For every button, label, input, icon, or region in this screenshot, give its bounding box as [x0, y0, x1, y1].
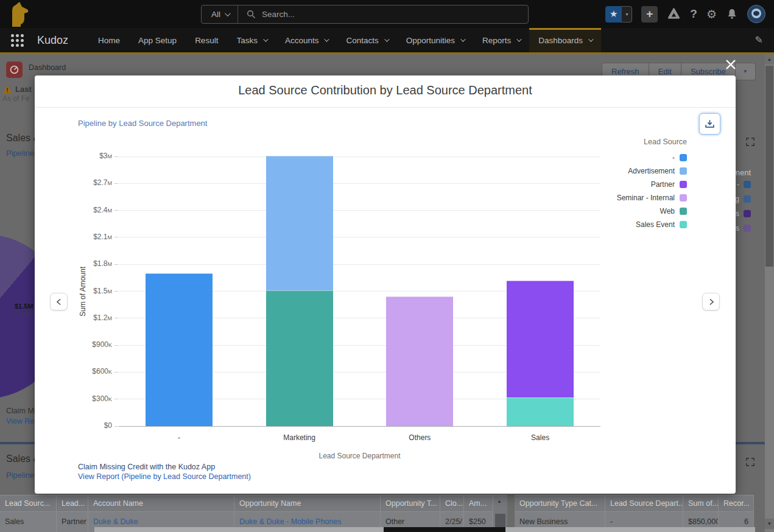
help-icon[interactable]: ?: [690, 7, 697, 21]
y-tick-label: $1.8M: [35, 259, 112, 268]
bar-segment-advertisement-marketing[interactable]: [266, 156, 333, 291]
x-axis-title: Lead Source Department: [119, 452, 600, 460]
notifications-bell-icon[interactable]: [726, 8, 738, 20]
axis-tick: [114, 291, 118, 292]
nav-tab-app-setup[interactable]: App Setup: [129, 28, 186, 52]
bar-segment-sales-event-sales[interactable]: [507, 397, 574, 426]
app-name[interactable]: Kudoz: [37, 34, 68, 47]
column-header[interactable]: Clo...: [440, 495, 464, 512]
page-vertical-scrollbar[interactable]: ▲ ▼: [765, 54, 774, 532]
gridline: [119, 156, 600, 157]
column-header[interactable]: Sum of...: [683, 495, 719, 512]
legend-swatch: [680, 167, 687, 175]
axis-tick: [114, 237, 118, 237]
bar-segment-seminar-internal-others[interactable]: [386, 296, 453, 426]
setup-gear-icon[interactable]: ⚙: [706, 9, 717, 20]
scroll-down-icon[interactable]: ▼: [765, 519, 774, 529]
nav-tab-accounts[interactable]: Accounts: [276, 28, 337, 52]
legend-item-seminar-internal[interactable]: Seminar - Internal: [617, 191, 687, 205]
y-tick-label: $2.7M: [35, 178, 112, 187]
guidance-center-icon[interactable]: [667, 7, 681, 21]
close-modal-button[interactable]: [722, 56, 739, 73]
legend-item-sales-event[interactable]: Sales Event: [617, 218, 687, 231]
column-header[interactable]: Lead Source Depart...: [605, 495, 683, 512]
widget-title: Sales &: [6, 133, 35, 144]
view-report-link[interactable]: View Report (Pipeline by Lead Source Dep…: [78, 472, 251, 481]
favorites-caret-button[interactable]: ▼: [622, 6, 632, 23]
nav-tab-home[interactable]: Home: [89, 28, 129, 52]
widget-report-link[interactable]: Pipeline: [6, 149, 35, 158]
chevron-down-icon: [325, 37, 329, 41]
edit-nav-pencil-icon[interactable]: ✎: [755, 34, 763, 46]
column-header[interactable]: Lead...: [57, 495, 88, 512]
search-scope-label: All: [211, 10, 220, 19]
next-chart-button[interactable]: [702, 293, 720, 310]
legend-swatch: [680, 208, 687, 215]
expand-widget-icon[interactable]: [746, 138, 755, 146]
nav-tab-label: Opportunities: [406, 36, 455, 45]
legend-title: Lead Source: [644, 138, 687, 146]
nav-tab-result[interactable]: Result: [186, 28, 227, 52]
pie-slice-percent: (18.69%): [12, 311, 35, 317]
nav-tab-dashboards[interactable]: Dashboards: [529, 28, 601, 52]
chevron-down-icon: [460, 37, 465, 41]
global-search[interactable]: All Search...: [201, 5, 529, 24]
column-header[interactable]: Opportunity Type Cat...: [515, 495, 605, 512]
table-horizontal-scrollbar[interactable]: [94, 527, 755, 532]
y-tick-label: $1.2M: [35, 313, 112, 322]
y-tick-label: $300K: [35, 394, 112, 403]
column-header[interactable]: Lead Sourc...: [0, 495, 57, 512]
favorites-button[interactable]: ★ ▼: [605, 6, 632, 23]
nav-tab-opportunities[interactable]: Opportunities: [397, 28, 473, 52]
gridline: [119, 210, 600, 211]
nav-tab-tasks[interactable]: Tasks: [227, 28, 276, 52]
legend-item-advertisement[interactable]: Advertisement: [617, 164, 687, 178]
nav-tab-contacts[interactable]: Contacts: [337, 28, 396, 52]
previous-chart-button[interactable]: [50, 293, 68, 310]
bar-segment-none-none[interactable]: [146, 273, 213, 426]
legend-item-partner[interactable]: Partner: [617, 178, 687, 191]
column-header[interactable]: Recor...: [719, 495, 754, 512]
download-chart-button[interactable]: [699, 113, 720, 135]
claim-credit-link[interactable]: Claim Missing Credit with the Kudoz App: [78, 463, 215, 471]
widget-report-link[interactable]: Pipeline: [6, 471, 35, 480]
app-launcher-icon[interactable]: [11, 34, 24, 47]
legend-label: Sales Event: [636, 220, 675, 229]
scroll-up-icon[interactable]: ▲: [497, 499, 502, 504]
widget-title: Sales &: [6, 453, 35, 464]
column-header[interactable]: Opportunity Name: [234, 495, 381, 512]
nav-tab-reports[interactable]: Reports: [473, 28, 529, 52]
search-scope-dropdown[interactable]: All: [202, 10, 237, 19]
gridline: [119, 183, 600, 184]
column-header[interactable]: Am...: [464, 495, 493, 512]
column-header[interactable]: Account Name: [88, 495, 234, 512]
chart-legend: -AdvertisementPartnerSeminar - InternalW…: [617, 151, 687, 231]
nav-tab-label: App Setup: [138, 36, 177, 45]
bar-segment-partner-sales[interactable]: [507, 281, 574, 397]
scrollbar-thumb[interactable]: [765, 66, 773, 267]
y-tick-label: $900K: [35, 340, 112, 349]
view-report-link-fragment[interactable]: View Rep: [6, 417, 35, 425]
expand-widget-icon[interactable]: [746, 458, 755, 466]
global-actions-button[interactable]: +: [641, 6, 658, 23]
claim-link-fragment[interactable]: Claim Mi: [6, 407, 35, 415]
bg-legend-label: g: [735, 195, 739, 203]
scroll-up-icon[interactable]: ▲: [765, 54, 774, 65]
legend-label: Seminar - Internal: [617, 194, 675, 202]
column-header[interactable]: Opportunity T...: [381, 495, 440, 512]
user-avatar[interactable]: [747, 5, 765, 23]
table-vertical-scrollbar[interactable]: ▲: [493, 495, 507, 532]
x-axis-label: -: [124, 433, 234, 442]
scrollbar-thumb[interactable]: [384, 527, 505, 532]
divider: [237, 5, 238, 23]
chevron-down-icon: [384, 37, 389, 41]
x-axis-label: Others: [365, 433, 474, 442]
table-header-row: Opportunity Type Cat...Lead Source Depar…: [515, 495, 754, 512]
bar-segment-web-marketing[interactable]: [266, 290, 333, 426]
bg-legend-label: -: [737, 180, 739, 189]
legend-item-web[interactable]: Web: [617, 205, 687, 218]
star-icon[interactable]: ★: [605, 6, 622, 23]
search-input[interactable]: Search...: [262, 10, 295, 19]
legend-item-none[interactable]: -: [617, 151, 687, 164]
nav-tab-label: Result: [195, 36, 218, 45]
